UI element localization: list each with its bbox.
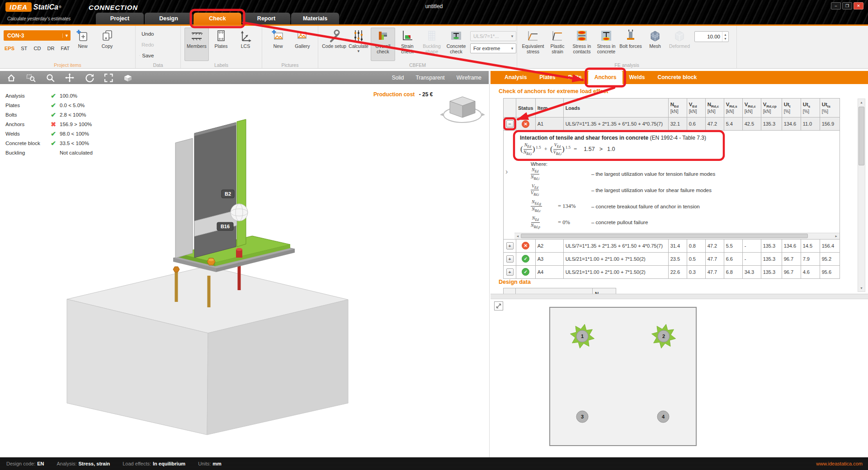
anchor-1[interactable]: 1 [576, 330, 588, 342]
ribbon-tab-design[interactable]: Design [145, 13, 193, 24]
calculate-button[interactable]: Calculate▼ [346, 28, 371, 61]
display-mode-transparent[interactable]: Transparent [415, 75, 444, 81]
redo-button[interactable]: Redo [139, 40, 154, 49]
idea-logo-badge: IDEA [5, 2, 32, 12]
fraction: VEdVRd,i [531, 184, 539, 197]
results-tab-plates[interactable]: Plates [533, 71, 561, 84]
new-project-button[interactable]: New [71, 28, 95, 61]
expand-pane-icon[interactable] [494, 301, 503, 310]
anchor-check-row-a4[interactable]: +✓A4ULS/21=1*1.00 + 2*1.00 + 7*1.50(2)22… [504, 265, 840, 278]
gallery-button[interactable]: Gallery [290, 28, 315, 61]
pic-new-button[interactable]: New [266, 28, 290, 61]
status-fail-icon: ✕ [522, 120, 529, 128]
results-tab-analysis[interactable]: Analysis [498, 71, 533, 84]
concrete-icon [449, 29, 463, 42]
app-logo: IDEA StatiCa ® [5, 2, 61, 12]
scroll-thumb[interactable] [859, 107, 864, 165]
extreme-filter-combo[interactable]: For extreme ▼ [470, 43, 516, 53]
code-setup-button[interactable]: Code setup [322, 28, 346, 61]
display-mode-wireframe[interactable]: Wireframe [457, 75, 481, 81]
row-expander-button[interactable]: + [506, 255, 514, 263]
vertical-scrollbar[interactable]: ▲ ▼ [858, 99, 865, 292]
deformation-scale-spinner[interactable]: 10.00 ▲▼ [694, 31, 729, 42]
scroll-up-icon[interactable]: ▲ [860, 99, 863, 106]
undo-button[interactable]: Undo [139, 29, 154, 38]
eq-stress-button[interactable]: Equivalent stress [521, 28, 545, 61]
detail-chevron-icon[interactable]: › [505, 168, 508, 176]
scroll-down-icon[interactable]: ▼ [860, 285, 863, 291]
anchor-check-row-a1[interactable]: −✕A1ULS/7=1*1.35 + 2*1.35 + 6*1.50 + 4*0… [504, 118, 840, 131]
orientation-cube[interactable] [438, 87, 487, 132]
mesh-button[interactable]: Mesh [643, 28, 667, 61]
lcs-button[interactable]: LCS [233, 28, 258, 61]
code-switch-cd[interactable]: CD [33, 46, 41, 51]
concrete-button[interactable]: Concrete check [444, 28, 468, 61]
ribbon-group-data: Undo Redo Save Data [136, 26, 181, 68]
ribbon-tab-materials[interactable]: Materials [291, 13, 339, 24]
zoom-window-icon[interactable] [26, 73, 36, 83]
results-tab-concrete-block[interactable]: Concrete block [651, 71, 703, 84]
maximize-button[interactable]: ❐ [842, 2, 852, 9]
horizontal-scrollbar[interactable]: ◄► [514, 233, 840, 239]
check-row-analysis[interactable]: Analysis✔100.0% [5, 91, 93, 100]
anchor-4[interactable]: 4 [657, 411, 669, 423]
code-switch-dr[interactable]: DR [47, 46, 55, 51]
solid-view-icon[interactable] [123, 73, 133, 83]
anchor-check-row-a3[interactable]: +✓A3ULS/21=1*1.00 + 2*1.00 + 7*1.50(2)23… [504, 252, 840, 265]
row-expander-button[interactable]: + [506, 268, 514, 276]
bolt-forces-button[interactable]: Bolt forces [618, 28, 643, 61]
home-icon[interactable] [6, 73, 16, 83]
members-button[interactable]: Members [184, 28, 209, 61]
minimize-button[interactable]: – [831, 2, 841, 9]
sconcrete-button[interactable]: Stress in concrete [594, 28, 618, 61]
anchor-2[interactable]: 2 [658, 330, 670, 342]
close-button[interactable]: ✕ [854, 2, 863, 9]
check-value: 100.0% [60, 93, 93, 99]
results-tab-welds[interactable]: Welds [623, 71, 651, 84]
svg-text:1: 1 [581, 334, 584, 339]
member-label-b16[interactable]: B16 [217, 222, 233, 230]
plates-button[interactable]: Plates [209, 28, 233, 61]
contacts-button[interactable]: Stress in contacts [570, 28, 594, 61]
scroll-left-icon[interactable]: ◄ [514, 235, 521, 238]
plates-icon [214, 29, 228, 42]
ribbon-tab-report[interactable]: Report [242, 13, 290, 24]
results-tab-bolts[interactable]: Bolts [562, 71, 588, 84]
anchor-check-row-a2[interactable]: +✕A2ULS/7=1*1.35 + 2*1.35 + 6*1.50 + 4*0… [504, 239, 840, 252]
panel-splitter[interactable] [491, 294, 868, 299]
abacus-icon [352, 29, 365, 42]
connection-3d-model[interactable]: B2 B16 [41, 106, 393, 443]
code-switch-fat[interactable]: FAT [61, 46, 70, 51]
zoom-extents-icon[interactable] [104, 73, 113, 83]
overall-button[interactable]: Overall check [371, 28, 395, 61]
website-link[interactable]: www.ideastatica.com [816, 461, 863, 466]
code-switch-eps[interactable]: EPS [5, 46, 14, 51]
results-tab-anchors[interactable]: Anchors [588, 71, 623, 84]
zoom-icon[interactable] [45, 73, 55, 83]
project-item-combo[interactable]: CON-3 ▼ [4, 30, 71, 41]
ribbon-tab-project[interactable]: Project [96, 13, 144, 24]
code-switch-st[interactable]: ST [21, 46, 27, 51]
pan-icon[interactable] [65, 73, 75, 83]
rotate-icon[interactable] [84, 73, 94, 83]
display-mode-solid[interactable]: Solid [392, 75, 404, 81]
registered-mark: ® [59, 5, 61, 9]
copy-button[interactable]: Copy [95, 28, 119, 61]
ribbon-tab-check[interactable]: Check [193, 13, 241, 24]
member-label-b2[interactable]: B2 [222, 190, 234, 198]
value-cell: 7.9 [801, 252, 820, 265]
spinner-down-icon[interactable]: ▼ [724, 37, 726, 40]
plastic-button[interactable]: Plastic strain [545, 28, 570, 61]
save-button[interactable]: Save [139, 51, 154, 60]
spinner-up-icon[interactable]: ▲ [724, 33, 726, 36]
item-cell: A4 [535, 265, 563, 278]
row-expander-button[interactable]: + [506, 242, 514, 249]
scroll-right-icon[interactable]: ► [833, 235, 840, 238]
scroll-thumb[interactable] [521, 234, 808, 238]
row-expander-button[interactable]: − [506, 120, 514, 127]
interaction-formula: (NEdNRd,i)1.5+(VEdVRd,i)1.5=1.57>1.0 [520, 143, 718, 156]
anchor-3[interactable]: 3 [576, 411, 588, 423]
value-cell: 47.2 [705, 118, 724, 131]
value-cell: 5.4 [724, 118, 742, 131]
strain-button[interactable]: Strain check [395, 28, 420, 61]
